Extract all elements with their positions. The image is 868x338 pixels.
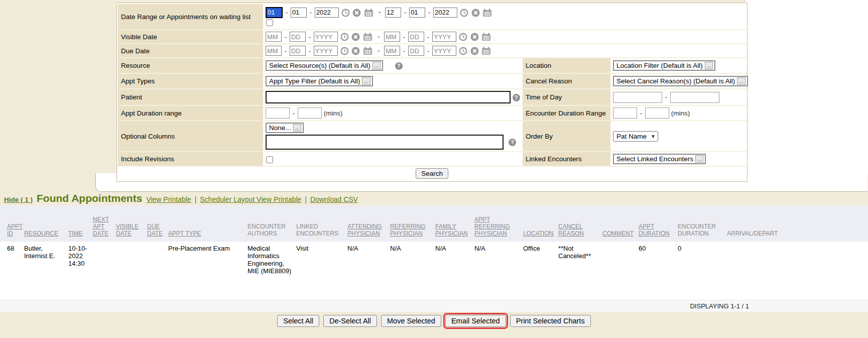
visible-from-year-input[interactable] xyxy=(314,32,338,42)
sort-link-referring-physician[interactable]: REFERRING PHYSICIAN xyxy=(390,223,426,237)
due-from-month-input[interactable] xyxy=(266,46,282,56)
due-from-year-input[interactable] xyxy=(314,46,338,56)
search-button[interactable]: Search xyxy=(416,168,448,179)
date-to-day-input[interactable] xyxy=(409,8,425,18)
sort-link-appt-referring-physician[interactable]: APPT REFERRING PHYSICIAN xyxy=(474,216,510,237)
appt-duration-min-input[interactable] xyxy=(266,107,290,119)
calendar-icon[interactable] xyxy=(481,47,491,55)
linked-encounters-button[interactable]: Select Linked Encounters... xyxy=(613,154,706,164)
encounter-duration-max-input[interactable] xyxy=(645,107,669,119)
visible-to-month-input[interactable] xyxy=(384,32,400,42)
select-all-button[interactable]: Select All xyxy=(277,315,319,327)
appt-type-more-button[interactable]: ... xyxy=(362,77,370,85)
date-to-month-input[interactable] xyxy=(385,8,401,18)
sort-link-appt-duration[interactable]: APPT DURATION xyxy=(639,223,670,237)
clear-date-icon[interactable] xyxy=(470,47,479,55)
resource-more-button[interactable]: ... xyxy=(373,62,381,69)
clock-icon[interactable] xyxy=(459,47,467,55)
cancel-reason-more-button[interactable]: ... xyxy=(737,77,745,85)
due-date-field: - - - - - xyxy=(263,44,747,58)
sort-link-next-apt-date[interactable]: NEXT APT DATE xyxy=(93,216,109,237)
location-more-button[interactable]: ... xyxy=(705,62,713,69)
due-to-year-input[interactable] xyxy=(432,46,456,56)
help-icon[interactable]: ? xyxy=(509,139,516,146)
order-by-label: Order By xyxy=(523,121,610,152)
sort-link-resource[interactable]: RESOURCE xyxy=(24,230,58,237)
sort-link-appt-type[interactable]: APPT TYPE xyxy=(168,230,201,237)
resource-label: Resource xyxy=(117,58,263,73)
date-to-year-input[interactable] xyxy=(433,8,457,18)
search-row: Search xyxy=(117,166,747,181)
date-from-month-input[interactable] xyxy=(266,7,283,18)
encounter-duration-min-input[interactable] xyxy=(613,107,637,119)
clear-date-icon[interactable] xyxy=(351,33,360,41)
clear-date-icon[interactable] xyxy=(471,9,480,17)
location-filter-button[interactable]: Location Filter (Default is All)... xyxy=(613,60,715,71)
due-to-day-input[interactable] xyxy=(408,46,424,56)
due-to-month-input[interactable] xyxy=(384,46,400,56)
appt-duration-max-input[interactable] xyxy=(298,107,322,119)
waiting-list-checkbox[interactable] xyxy=(266,19,273,26)
clear-date-icon[interactable] xyxy=(352,9,361,17)
sort-link-cancel-reason[interactable]: CANCEL REASON xyxy=(558,223,584,237)
optional-columns-more-button[interactable]: ... xyxy=(293,124,301,132)
visible-to-day-input[interactable] xyxy=(408,32,424,42)
due-date-row: Due Date - - - - - xyxy=(117,44,747,58)
appt-type-filter-button[interactable]: Appt Type Filter (Default is All)... xyxy=(266,76,373,86)
optional-columns-input[interactable] xyxy=(266,135,504,150)
clear-date-icon[interactable] xyxy=(470,33,479,41)
patient-input[interactable] xyxy=(266,91,511,103)
cancel-reason-filter-button[interactable]: Select Cancel Reason(s) (Default is All)… xyxy=(613,76,748,86)
time-of-day-start-input[interactable] xyxy=(613,92,662,103)
clock-icon[interactable] xyxy=(459,33,467,41)
time-of-day-end-input[interactable] xyxy=(670,92,719,103)
calendar-icon[interactable] xyxy=(363,47,373,55)
clock-icon[interactable] xyxy=(340,47,349,55)
calendar-icon[interactable] xyxy=(363,33,373,41)
appt-duration-label: Appt Duration range xyxy=(117,105,263,121)
print-selected-charts-button[interactable]: Print Selected Charts xyxy=(510,315,591,327)
visible-to-year-input[interactable] xyxy=(432,32,456,42)
due-from-day-input[interactable] xyxy=(290,46,306,56)
resource-filter-button[interactable]: Select Resource(s) (Default is All)... xyxy=(266,60,383,71)
toolbar-link[interactable]: Download CSV xyxy=(310,195,358,203)
calendar-icon[interactable] xyxy=(364,9,374,17)
sort-link-location[interactable]: LOCATION xyxy=(523,230,553,237)
clock-icon[interactable] xyxy=(340,33,349,41)
visible-from-day-input[interactable] xyxy=(290,32,306,42)
cell-linked-encounters: Visit xyxy=(294,242,345,300)
toolbar-link[interactable]: View Printable xyxy=(146,195,191,203)
sort-link-time[interactable]: TIME xyxy=(68,230,83,237)
email-selected-button[interactable]: Email Selected xyxy=(445,315,506,327)
clock-icon[interactable] xyxy=(341,9,350,17)
sort-link-due-date[interactable]: DUE DATE xyxy=(147,223,163,237)
calendar-icon[interactable] xyxy=(482,9,492,17)
help-icon[interactable]: ? xyxy=(395,62,403,70)
sort-link-family-physician[interactable]: FAMILY PHYSICIAN xyxy=(435,223,468,237)
order-by-select[interactable]: Pat Name ▼ xyxy=(613,131,658,142)
date-from-day-input[interactable] xyxy=(291,8,307,18)
cell-appt-id: 68 xyxy=(0,242,22,300)
hide-results-link[interactable]: Hide ( 1 ) xyxy=(4,196,33,203)
clear-date-icon[interactable] xyxy=(351,47,360,55)
de-select-all-button[interactable]: De-Select All xyxy=(323,315,377,327)
date-from-year-input[interactable] xyxy=(315,8,339,18)
linked-encounters-more-button[interactable]: ... xyxy=(695,155,703,163)
patient-label: Patient xyxy=(117,89,263,105)
move-selected-button[interactable]: Move Selected xyxy=(381,315,441,327)
optional-columns-button[interactable]: None...... xyxy=(266,123,304,133)
sort-link-attending-physician[interactable]: ATTENDING PHYSICIAN xyxy=(347,223,382,237)
help-icon[interactable]: ? xyxy=(513,94,520,101)
sort-link-comment[interactable]: COMMENT xyxy=(602,230,634,237)
sort-link-visible-date[interactable]: VISIBLE DATE xyxy=(116,223,139,237)
sort-link-appt-id[interactable]: APPT ID xyxy=(7,223,23,237)
table-row[interactable]: 68Butler, Internist E.10-10-2022 14:30Pr… xyxy=(0,242,868,300)
calendar-icon[interactable] xyxy=(481,33,491,41)
column-header-encounter-authors: ENCOUNTER AUTHORS xyxy=(245,205,294,242)
clock-icon[interactable] xyxy=(460,9,468,17)
include-revisions-checkbox[interactable] xyxy=(266,156,273,163)
visible-from-month-input[interactable] xyxy=(266,32,282,42)
cell-cancel-reason: **Not Canceled** xyxy=(556,242,600,300)
toolbar-link[interactable]: Scheduler Layout View Printable xyxy=(200,195,301,203)
column-header-linked-encounters: LINKED ENCOUNTERS xyxy=(294,205,345,242)
